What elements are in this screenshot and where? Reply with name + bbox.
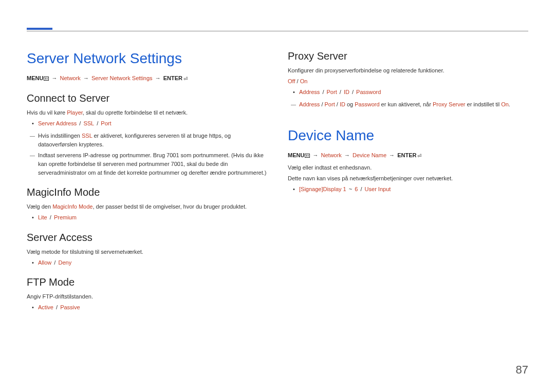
access-intro: Vælg metode for tilslutning til serverne…: [27, 248, 267, 256]
breadcrumb-network: Network: [60, 75, 81, 81]
device-options: [Signage]Display 1 ~ 6 / User Input: [288, 185, 528, 194]
option-proxy-fields: Address / Port / ID / Password: [299, 88, 528, 97]
option-server-address: Server Address / SSL / Port: [38, 119, 267, 128]
breadcrumb-server-network: MENU → Network → Server Network Settings…: [27, 74, 267, 83]
breadcrumb-enter-2: ENTER: [397, 152, 416, 158]
connect-note-port: Indtast serverens IP-adresse og portnumm…: [27, 151, 267, 177]
menu-icon: [44, 77, 49, 81]
breadcrumb-sns: Server Network Settings: [91, 75, 153, 81]
connect-note-ssl: Hvis indstillingen SSL er aktiveret, kon…: [27, 132, 267, 149]
breadcrumb-network-2: Network: [321, 152, 342, 158]
page-number: 87: [516, 363, 528, 377]
heading-proxy-server: Proxy Server: [288, 50, 528, 62]
right-column: Proxy Server Konfigurer din proxyserverf…: [288, 46, 528, 315]
breadcrumb-device-name: MENU → Network → Device Name → ENTER⏎: [288, 151, 528, 160]
option-signage-display: [Signage]Display 1 ~ 6 / User Input: [299, 185, 528, 194]
breadcrumb-menu-2: MENU: [288, 152, 304, 158]
proxy-options: Address / Port / ID / Password: [288, 88, 528, 97]
magic-options: Lite / Premium: [27, 213, 267, 222]
magic-intro: Vælg den MagicInfo Mode, der passer beds…: [27, 202, 267, 211]
connect-options: Server Address / SSL / Port: [27, 119, 267, 128]
proxy-note: Address / Port / ID og Password er kun a…: [288, 100, 528, 109]
heading-server-access: Server Access: [27, 232, 267, 244]
option-active-passive: Active / Passive: [38, 303, 267, 312]
header-accent: [27, 28, 52, 30]
enter-icon: ⏎: [183, 75, 188, 83]
heading-magicinfo-mode: MagicInfo Mode: [27, 186, 267, 198]
heading-device-name: Device Name: [288, 127, 528, 144]
breadcrumb-menu: MENU: [27, 75, 43, 81]
breadcrumb-enter: ENTER: [163, 75, 182, 81]
heading-server-network-settings: Server Network Settings: [27, 50, 267, 67]
left-column: Server Network Settings MENU → Network →…: [27, 46, 267, 315]
access-options: Allow / Deny: [27, 258, 267, 268]
device-line2: Dette navn kan vises på netværksfjernbet…: [288, 174, 528, 183]
ftp-options: Active / Passive: [27, 303, 267, 312]
ftp-intro: Angiv FTP-driftstilstanden.: [27, 292, 267, 301]
connect-intro: Hvis du vil køre Player, skal du oprette…: [27, 108, 267, 117]
option-allow-deny: Allow / Deny: [38, 258, 267, 268]
proxy-toggle: Off / On: [288, 77, 528, 86]
option-lite-premium: Lite / Premium: [38, 213, 267, 222]
proxy-intro: Konfigurer din proxyserverforbindelse og…: [288, 66, 528, 75]
device-line1: Vælg eller indtast et enhedsnavn.: [288, 163, 528, 172]
breadcrumb-devicename: Device Name: [353, 152, 386, 158]
menu-icon-2: [305, 154, 310, 158]
content-columns: Server Network Settings MENU → Network →…: [27, 46, 528, 315]
header-rule: [27, 31, 528, 31]
heading-connect-to-server: Connect to Server: [27, 92, 267, 104]
heading-ftp-mode: FTP Mode: [27, 276, 267, 288]
enter-icon-2: ⏎: [417, 152, 421, 160]
